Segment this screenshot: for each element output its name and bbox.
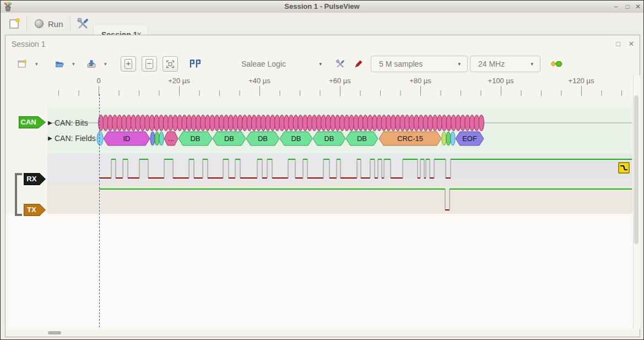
decoder-icon bbox=[550, 58, 562, 69]
new-session-button[interactable] bbox=[5, 14, 24, 33]
open-dropdown[interactable]: ▾ bbox=[69, 56, 78, 72]
pulseview-window: Session 1 - PulseView – □ ✕ Run bbox=[0, 0, 644, 340]
fields-row-expander[interactable]: ▶ bbox=[48, 135, 52, 141]
sample-count-select[interactable]: 5 M samples ▾ bbox=[371, 56, 468, 72]
zoom-fit-button[interactable] bbox=[163, 56, 178, 72]
dock-title: Session 1 bbox=[12, 40, 45, 48]
rx-trace-band bbox=[47, 154, 632, 184]
main-toolbar: Run Session 1 ✕ bbox=[1, 13, 643, 35]
tx-trace-band bbox=[47, 184, 632, 214]
decoder-tag-label: CAN bbox=[19, 118, 38, 126]
run-button[interactable]: Run bbox=[31, 14, 67, 33]
chevron-down-icon: ▾ bbox=[319, 61, 322, 67]
ruler-time-label: +60 µs bbox=[329, 77, 351, 85]
dock-close-button[interactable]: ✕ bbox=[626, 40, 636, 48]
empty-trace-area bbox=[6, 214, 633, 329]
channel-group-bracket-arm bbox=[15, 214, 22, 216]
ruler-time-label: +20 µs bbox=[168, 77, 190, 85]
device-selector[interactable]: Saleae Logic ▾ bbox=[235, 56, 328, 72]
channels-button[interactable] bbox=[351, 56, 366, 72]
tools-icon bbox=[77, 17, 90, 30]
zoom-out-button[interactable]: − bbox=[142, 56, 157, 72]
fields-row-label: CAN: Fields bbox=[55, 134, 96, 143]
channel-group-bracket[interactable] bbox=[15, 173, 17, 216]
sample-count-value: 5 M samples bbox=[379, 60, 423, 68]
zoom-fit-icon bbox=[166, 60, 174, 69]
zoom-in-button[interactable]: + bbox=[121, 56, 136, 72]
ruler-time-label: 0 bbox=[96, 77, 100, 85]
decoder-tag-can[interactable]: CAN bbox=[19, 116, 46, 128]
new-document-icon bbox=[8, 18, 20, 30]
channel-group-bracket-arm bbox=[15, 173, 22, 175]
channel-tag-label: RX bbox=[24, 175, 40, 183]
new-view-button[interactable] bbox=[14, 56, 30, 72]
trigger-markers-button[interactable] bbox=[186, 56, 204, 72]
device-config-button[interactable] bbox=[332, 56, 349, 72]
channel-tag-label: TX bbox=[24, 206, 40, 214]
add-decoder-button[interactable] bbox=[547, 56, 566, 72]
falling-edge-icon bbox=[619, 163, 629, 172]
bits-row-label: CAN: Bits bbox=[55, 118, 88, 127]
window-title: Session 1 - PulseView bbox=[1, 2, 643, 10]
toolbar-separator bbox=[70, 16, 71, 31]
save-icon bbox=[86, 57, 96, 71]
chevron-down-icon: ▾ bbox=[531, 61, 533, 67]
zoom-out-icon: − bbox=[145, 59, 153, 69]
save-dropdown[interactable]: ▾ bbox=[101, 56, 110, 72]
run-button-label: Run bbox=[48, 19, 63, 29]
bits-row-expander[interactable]: ▶ bbox=[48, 120, 52, 126]
decode-trace-band bbox=[47, 106, 632, 154]
sample-rate-select[interactable]: 24 MHz ▾ bbox=[470, 56, 540, 72]
vertical-scrollbar-handle[interactable] bbox=[634, 95, 638, 244]
dock-float-button[interactable]: □ bbox=[613, 40, 623, 48]
window-close-button[interactable]: ✕ bbox=[633, 2, 643, 12]
save-button[interactable] bbox=[83, 56, 100, 72]
ruler-time-label: +100 µs bbox=[488, 77, 514, 85]
window-maximize-button[interactable]: □ bbox=[623, 2, 632, 12]
open-folder-icon bbox=[55, 57, 64, 71]
trigger-flags-icon bbox=[189, 57, 201, 71]
tools-icon bbox=[335, 57, 345, 71]
window-titlebar: Session 1 - PulseView – □ ✕ bbox=[1, 1, 643, 13]
sample-rate-value: 24 MHz bbox=[478, 60, 505, 68]
ruler-time-label: +80 µs bbox=[409, 77, 431, 85]
zoom-in-icon: + bbox=[125, 59, 132, 69]
horizontal-scrollbar-handle[interactable] bbox=[48, 331, 61, 334]
new-view-icon bbox=[17, 57, 27, 71]
device-name: Saleae Logic bbox=[241, 60, 286, 68]
settings-button[interactable] bbox=[73, 14, 93, 33]
probe-icon bbox=[354, 57, 363, 71]
channel-tag-rx[interactable]: RX bbox=[24, 173, 46, 185]
toolbar-separator bbox=[26, 16, 27, 31]
new-view-dropdown[interactable]: ▾ bbox=[32, 56, 41, 72]
falling-edge-trigger-marker[interactable] bbox=[618, 162, 630, 174]
ruler-time-label: +40 µs bbox=[248, 77, 270, 85]
open-button[interactable] bbox=[51, 56, 68, 72]
channel-tag-tx[interactable]: TX bbox=[24, 204, 46, 216]
run-state-icon bbox=[35, 19, 44, 28]
chevron-down-icon: ▾ bbox=[458, 61, 461, 67]
ruler-time-label: +120 µs bbox=[569, 77, 594, 85]
window-minimize-button[interactable]: – bbox=[611, 2, 621, 12]
